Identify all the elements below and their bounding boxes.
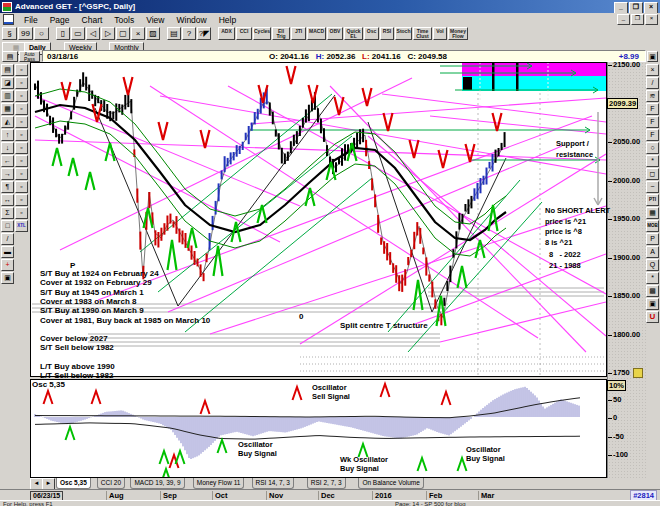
study-tab-1[interactable]: CCI 20: [97, 478, 125, 489]
month-label-2016: 2016: [372, 491, 392, 500]
price-tick: 1800.00: [608, 330, 640, 339]
wave-zero-label: 0: [299, 312, 303, 321]
short-alert-label-line-2: price is ^8: [545, 227, 582, 238]
month-label-dec: Dec: [318, 491, 335, 500]
wave-p-label: P: [70, 261, 75, 270]
trade-log-line-0: S/T Buy at 1924 on February 24: [40, 269, 159, 278]
support-resistance-label-line-0: Support /: [556, 139, 589, 150]
month-label-nov: Nov: [266, 491, 283, 500]
study-tab-0[interactable]: Osc 5,35: [56, 478, 91, 489]
price-tick: 2150.00: [608, 60, 640, 69]
trade-log-line-10: L/T Buy above 1990: [40, 362, 115, 371]
trade-log-line-3: Cover at 1983 on March 8: [40, 297, 136, 306]
split-t-label: Split centre T structure: [340, 321, 428, 330]
trade-log-line-4: S/T Buy at 1990 on March 9: [40, 306, 144, 315]
trade-log-line-2: S/T Buy at 1945 on March 1: [40, 288, 144, 297]
osc-label-3-1: Buy Signal: [466, 454, 505, 463]
study-tab-4[interactable]: RSI 14, 7, 3: [252, 478, 294, 489]
study-tab-5[interactable]: RSI 2, 7, 3: [307, 478, 346, 489]
month-label-aug: Aug: [106, 491, 124, 500]
osc-label-2-1: Buy Signal: [340, 464, 379, 473]
price-tick: 2000.00: [608, 176, 640, 185]
month-label-feb: Feb: [426, 491, 442, 500]
short-alert-label-line-1: price is ^21: [545, 217, 586, 228]
trade-log-line-5: Cover at 1981, Buy back at 1985 on March…: [40, 316, 210, 325]
osc-label-1-0: Oscillator: [238, 440, 273, 449]
status-page-text: Page: 14 - SP 500 for blog: [395, 501, 466, 506]
study-tab-2[interactable]: MACD 19, 39, 9: [130, 478, 184, 489]
month-label-oct: Oct: [212, 491, 228, 500]
osc-tick: -50: [608, 432, 624, 441]
month-label-mar: Mar: [478, 491, 494, 500]
short-alert-label-line-0: No SHORT ALERT: [545, 206, 610, 217]
osc-label-0-1: Sell Signal: [312, 392, 350, 401]
levels-label-line-1: 21 - 1988: [549, 261, 581, 272]
price-tick: 1900.00: [608, 253, 640, 262]
short-alert-label-line-3: 8 is ^21: [545, 238, 572, 249]
study-tab-3[interactable]: Money Flow 11: [193, 478, 245, 489]
osc-title: Osc 5,35: [32, 380, 65, 389]
osc-label-1-1: Buy Signal: [238, 449, 277, 458]
osc-tick: 0: [608, 413, 617, 422]
study-tab-strip: ◄►Osc 5,35CCI 20MACD 19, 39, 9Money Flow…: [30, 478, 646, 489]
support-resistance-label-line-1: resistance: [556, 150, 593, 161]
current-price-box: 2099.39: [607, 98, 638, 109]
price-tick: 2050.00: [608, 137, 640, 146]
price-tick: 1850.00: [608, 291, 640, 300]
osc-tick: -100: [608, 450, 628, 459]
osc-label-0-0: Oscillator: [312, 383, 347, 392]
advanced-get-window: Advanced GET - [^GSPC, Daily] _❐× FilePa…: [0, 0, 660, 506]
price-tick: 1750: [608, 368, 630, 377]
status-help-text: For Help, press F1: [3, 501, 53, 506]
osc-label-2-0: Wk Oscillator: [340, 455, 388, 464]
levels-label-line-0: 8 - 2022: [549, 250, 581, 261]
study-tab-6[interactable]: On Balance Volume: [358, 478, 423, 489]
price-tick: 1950.00: [608, 214, 640, 223]
trade-log-line-1: Cover at 1932 on February 29: [40, 278, 152, 287]
osc-top-label: 10%: [607, 380, 626, 391]
axis-corner-icon[interactable]: [633, 368, 643, 378]
status-bar: For Help, press F1 Page: 14 - SP 500 for…: [0, 500, 660, 506]
osc-tick: 50: [608, 395, 621, 404]
trade-log-line-7: Cover below 2027: [40, 334, 108, 343]
trade-log-line-8: S/T Sell below 1982: [40, 343, 114, 352]
osc-label-3-0: Oscillator: [466, 445, 501, 454]
month-label-sep: Sep: [160, 491, 177, 500]
